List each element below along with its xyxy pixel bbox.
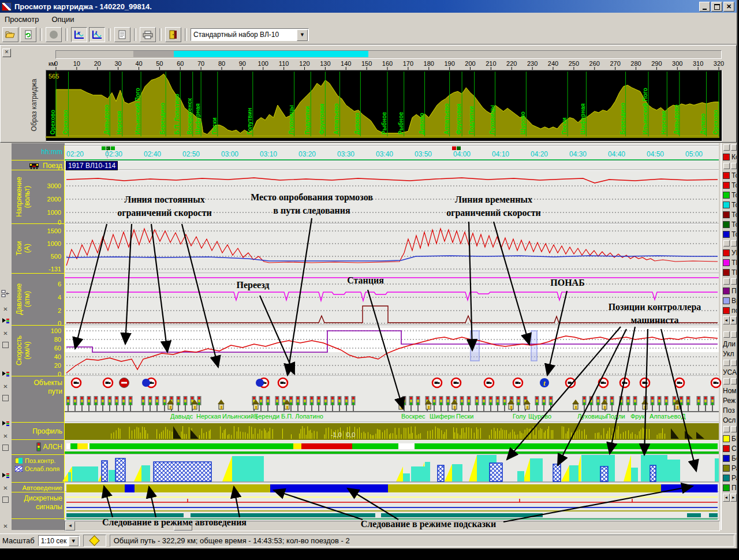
row-window-icon[interactable] [2,342,9,348]
chart-by-distance-button[interactable]: x [71,27,87,42]
legend-scroll-buttons[interactable]: ◄► [723,315,737,326]
legend-item[interactable]: То [723,170,737,180]
row-close-icon[interactable]: ✕ [1,382,10,391]
legend-group-header[interactable] [723,143,737,152]
report-button[interactable] [114,27,130,42]
legend-item[interactable]: Дли [723,339,737,349]
minimap-selection-range[interactable] [174,51,368,57]
legend-group-header[interactable] [723,377,737,386]
field-weaken-label: Ослаб.поля [25,465,59,472]
legend-item[interactable]: Реж [723,395,737,405]
title-bar[interactable]: Просмотр картриджа - 140220_99814. ✕ [0,0,737,13]
field-weaken-label-wrap: Ослаб.поля [15,465,59,472]
exit-button[interactable] [165,27,181,42]
legend-item[interactable]: Ср [723,443,737,453]
tab-cartridge-image[interactable]: Образ катриджа [30,62,39,148]
legend-item[interactable]: ТМ [723,257,737,267]
row-separator [12,223,65,224]
legend-item-label: То [731,211,737,219]
legend-group-header[interactable] [723,239,737,248]
legend-item[interactable]: БВ [723,434,737,443]
row-window-icon[interactable] [2,445,9,451]
menu-options[interactable]: Опции [51,15,74,24]
row-legend-icon[interactable] [1,471,10,480]
row-legend-icon[interactable] [1,419,10,428]
legend-item[interactable]: УР [723,248,737,257]
legend-item[interactable]: Поз [723,405,737,415]
row-legend-icon[interactable] [1,316,10,325]
legend-scroll-buttons[interactable]: ◄► [723,492,737,503]
menu-view[interactable]: Просмотр [5,15,39,24]
legend-item[interactable]: То [723,229,737,239]
legend-item[interactable]: По [723,286,737,296]
scale-combobox[interactable]: 1:10 сек ▼ [38,535,80,546]
minimap-elevation-chart[interactable] [46,70,722,141]
legend-item-label: То [731,181,737,189]
legend-group-header[interactable] [723,162,737,170]
row-close-icon[interactable]: ✕ [1,305,10,313]
record-button[interactable] [46,27,62,42]
legend-color-swatch [723,445,730,452]
row-window-icon[interactable] [2,395,9,401]
minimize-button[interactable] [699,2,710,12]
row-close-icon[interactable]: ✕ [1,432,10,440]
legend-group-header[interactable] [723,425,737,434]
row-close-icon[interactable]: ✕ [1,522,10,531]
combobox-dropdown-arrow[interactable]: ▼ [297,29,308,41]
legend-item[interactable]: То [723,219,737,229]
legend-item[interactable]: Ра [723,473,737,483]
chart-by-time-button[interactable]: t [89,27,105,42]
legend-item-label: Ср [731,445,737,453]
scale-dropdown-arrow[interactable]: ▼ [69,536,79,546]
print-button[interactable] [140,27,156,42]
minimap-close-icon[interactable]: ✕ [2,48,11,57]
row-close-icon[interactable]: ✕ [1,329,10,338]
legend-color-swatch [723,475,730,481]
record-circle-icon [49,30,58,39]
legend-item[interactable]: УСА [723,367,737,377]
row-separator [12,170,65,170]
legend-item[interactable]: То [723,190,737,200]
printer-icon [143,31,153,39]
legend-item[interactable]: по [723,305,737,315]
annotation-auto-mode: Следование в режиме автоведения [82,516,267,529]
legend-item[interactable]: Пе [723,483,737,492]
status-text: Общий путь - 322,29 км; общее время - 14… [110,535,734,547]
legend-item[interactable]: Ном [723,386,737,395]
time-axis-label: hh:mm [13,148,62,156]
close-button[interactable]: ✕ [723,2,734,12]
legend-item[interactable]: Осл [723,415,737,425]
minimap-scroll-thumb[interactable] [133,51,174,57]
legend-item[interactable]: Бо [723,453,737,463]
maximize-button[interactable] [711,2,722,12]
parameter-set-combobox[interactable]: Стандартный набор ВЛ-10 ▼ [191,28,309,41]
scroll-left-button[interactable]: ◄ [65,521,75,531]
open-file-button[interactable] [2,27,18,42]
row-legend-icon[interactable] [1,369,10,378]
row-window-icon[interactable] [2,496,9,503]
legend-color-swatch [723,465,730,472]
legend-item-label: То [731,201,737,209]
legend-item[interactable]: Кс [723,152,737,162]
layout-split-icon[interactable] [1,289,10,298]
legend-item[interactable]: Укл [723,349,737,359]
row-close-icon[interactable]: ✕ [1,484,10,492]
legend-item[interactable]: То [723,210,737,219]
legend-group-header[interactable] [723,330,737,339]
window-title: Просмотр картриджа - 140220_99814. [14,2,152,11]
legend-item-label: Бо [731,454,737,462]
legend-item[interactable]: Ра [723,463,737,473]
train-id-badge[interactable]: 1917 ВЛ10-114 [66,161,118,170]
x-chart-icon: x [74,30,84,39]
legend-item[interactable]: То [723,200,737,210]
right-legend-panel: КсТоТоТоТоТоТоТоУРТМТЦПоВрпо◄►ДлиУклУСАН… [721,143,737,530]
legend-item[interactable]: Вр [723,296,737,305]
refresh-button[interactable] [20,27,36,42]
legend-item[interactable]: То [723,180,737,190]
legend-group-header[interactable] [723,359,737,367]
legend-item-label: Поз [723,406,735,415]
legend-item-label: УР [731,249,737,257]
legend-group-header[interactable] [723,277,737,286]
legend-item[interactable]: ТЦ [723,267,737,277]
legend-item-label: Реж [723,397,736,405]
